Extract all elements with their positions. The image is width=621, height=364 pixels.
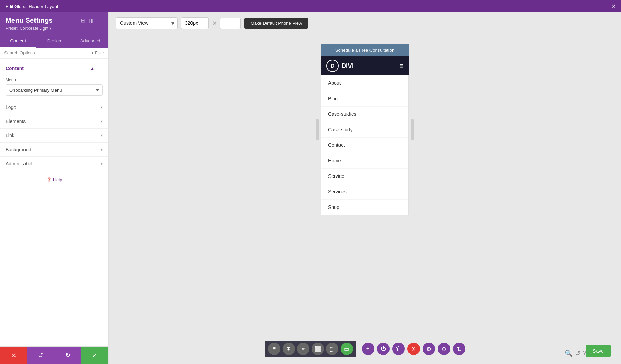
help-icon: ❓	[46, 177, 52, 182]
logo-text: DIVI	[342, 62, 354, 70]
chevron-down-icon: ▾	[101, 161, 103, 166]
view-select[interactable]: Custom View	[116, 17, 178, 29]
search-options-label[interactable]: Search Options	[4, 50, 35, 55]
section-title: Content	[6, 65, 24, 71]
menu-label: Menu	[6, 78, 103, 82]
top-bar: Edit Global Header Layout ×	[0, 0, 621, 12]
columns-icon[interactable]: ▥	[89, 17, 94, 24]
make-default-button[interactable]: Make Default Phone View	[244, 18, 308, 29]
collapsible-label-admin-label: Admin Label	[6, 161, 32, 166]
sidebar-help: ❓ Help	[0, 171, 108, 188]
menu-item-case-study[interactable]: Case-study	[321, 122, 408, 138]
collapsible-label-link: Link	[6, 133, 14, 138]
canvas-area: Custom View ▾ ✕ Make Default Phone View …	[109, 12, 621, 364]
chevron-down-icon: ▾	[101, 133, 103, 138]
preview-top-bar: Schedule a Free Consultation	[321, 44, 409, 56]
collapsible-logo[interactable]: Logo ▾	[0, 100, 108, 114]
menu-item-home[interactable]: Home	[321, 153, 408, 169]
sidebar: Menu Settings ⊞ ▥ ⋮ Preset: Corporate Li…	[0, 12, 109, 364]
sidebar-tabs: Content Design Advanced	[0, 35, 108, 48]
collapsible-label-logo: Logo	[6, 104, 16, 110]
section-more-icon[interactable]: ⋮	[97, 65, 103, 71]
consultation-text: Schedule a Free Consultation	[335, 48, 394, 53]
tool-phone-button[interactable]: ▭	[341, 343, 353, 355]
collapsible-elements[interactable]: Elements ▾	[0, 114, 108, 128]
phone-preview: Schedule a Free Consultation D DIVI ≡ Ab…	[321, 44, 409, 215]
sidebar-preset[interactable]: Preset: Corporate Light ▾	[6, 26, 103, 31]
sort-button[interactable]: ⇅	[453, 343, 465, 355]
menu-item-contact[interactable]: Contact	[321, 138, 408, 153]
menu-item-case-studies[interactable]: Case-studies	[321, 107, 408, 122]
tool-list-button[interactable]: ≡	[268, 343, 280, 355]
logo-circle: D	[326, 60, 339, 72]
delete-button[interactable]: 🗑	[392, 343, 405, 355]
redo-button[interactable]: ↻	[54, 347, 81, 364]
canvas-scroll[interactable]: Schedule a Free Consultation D DIVI ≡ Ab…	[109, 34, 621, 364]
menu-item-services[interactable]: Services	[321, 184, 408, 200]
top-bar-title: Edit Global Header Layout	[6, 4, 612, 9]
preview-nav: D DIVI ≡	[321, 56, 409, 75]
refresh-icon[interactable]: ↺	[575, 350, 580, 357]
chevron-down-icon: ▾	[101, 147, 103, 152]
cancel-button[interactable]: ✕	[0, 347, 27, 364]
tab-design[interactable]: Design	[36, 35, 72, 48]
view-select-wrap: Custom View ▾	[116, 17, 178, 29]
check-button[interactable]: ✓	[81, 347, 109, 364]
section-collapse-icon[interactable]: ▲	[90, 66, 95, 71]
tool-tablet-button[interactable]: ⬚	[326, 343, 338, 355]
sidebar-content: Content ▲ ⋮ Menu Onboarding Primary Menu…	[0, 59, 108, 346]
bottom-right-icons: 🔍 ↺ ?	[565, 350, 586, 357]
sidebar-bottom: ✕ ↺ ↻ ✓	[0, 346, 108, 364]
target-button[interactable]: ⊙	[438, 343, 450, 355]
hamburger-icon[interactable]: ≡	[399, 62, 403, 70]
tool-grid-button[interactable]: ⊞	[283, 343, 295, 355]
menu-item-about[interactable]: About	[321, 75, 408, 91]
collapsible-link[interactable]: Link ▾	[0, 128, 108, 142]
menu-item-shop[interactable]: Shop	[321, 200, 408, 215]
close-button[interactable]: ✕	[407, 343, 420, 355]
chevron-down-icon: ▾	[101, 105, 103, 110]
logo-letter: D	[331, 63, 334, 69]
drag-handle-left[interactable]	[316, 119, 319, 140]
settings-button[interactable]: ⚙	[423, 343, 435, 355]
chevron-down-icon: ▾	[101, 119, 103, 124]
search-icon[interactable]: 🔍	[565, 350, 572, 357]
collapsible-admin-label[interactable]: Admin Label ▾	[0, 156, 108, 171]
menu-section: Menu Onboarding Primary Menu	[0, 75, 108, 100]
help-label: Help	[53, 177, 62, 182]
power-button[interactable]: ⏻	[377, 343, 390, 355]
px-input[interactable]	[181, 17, 209, 29]
undo-button[interactable]: ↺	[27, 347, 55, 364]
help-link[interactable]: ❓ Help	[46, 177, 62, 182]
menu-item-service[interactable]: Service	[321, 169, 408, 184]
filter-button[interactable]: + Filter	[91, 51, 104, 55]
sidebar-header: Menu Settings ⊞ ▥ ⋮ Preset: Corporate Li…	[0, 12, 108, 35]
sidebar-menu-title: Menu Settings	[6, 17, 53, 24]
sidebar-header-icons: ⊞ ▥ ⋮	[81, 17, 103, 24]
more-options-icon[interactable]: ⋮	[97, 17, 103, 24]
bottom-toolbar: ≡ ⊞ ⌖ ⬜ ⬚ ▭ + ⏻ 🗑 ✕ ⚙ ⊙ ⇅	[265, 341, 465, 357]
main-layout: Menu Settings ⊞ ▥ ⋮ Preset: Corporate Li…	[0, 12, 621, 364]
preview-logo: D DIVI	[326, 60, 354, 72]
sidebar-header-top: Menu Settings ⊞ ▥ ⋮	[6, 17, 103, 24]
tab-content[interactable]: Content	[0, 35, 36, 48]
save-button[interactable]: Save	[586, 345, 611, 357]
px-clear-button[interactable]: ✕	[212, 20, 217, 27]
section-controls: ▲ ⋮	[90, 65, 103, 71]
px-extra-input[interactable]	[220, 18, 241, 29]
tool-group: ≡ ⊞ ⌖ ⬜ ⬚ ▭	[265, 341, 356, 357]
close-icon[interactable]: ×	[612, 3, 615, 10]
drag-handle-right[interactable]	[411, 119, 414, 140]
tool-link-button[interactable]: ⌖	[297, 343, 309, 355]
tool-desktop-button[interactable]: ⬜	[312, 343, 324, 355]
content-section-header[interactable]: Content ▲ ⋮	[0, 61, 108, 75]
collapsible-background[interactable]: Background ▾	[0, 142, 108, 156]
menu-select[interactable]: Onboarding Primary Menu	[6, 84, 103, 96]
add-button[interactable]: +	[362, 343, 374, 355]
sidebar-search: Search Options + Filter	[0, 48, 108, 59]
menu-item-blog[interactable]: Blog	[321, 91, 408, 107]
collapsible-label-background: Background	[6, 147, 31, 152]
grid-icon[interactable]: ⊞	[81, 17, 85, 24]
tab-advanced[interactable]: Advanced	[72, 35, 108, 48]
canvas-toolbar: Custom View ▾ ✕ Make Default Phone View	[109, 12, 621, 34]
